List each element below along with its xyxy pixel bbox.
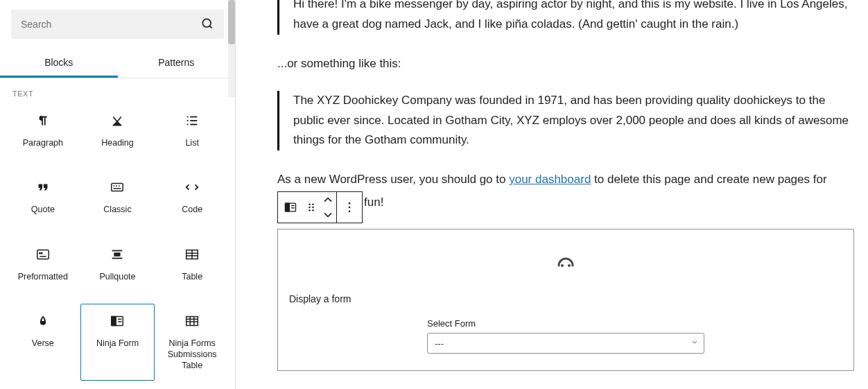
svg-point-39	[309, 207, 311, 209]
ninja-logo-icon	[289, 254, 842, 273]
svg-point-40	[312, 207, 314, 209]
heading-icon	[109, 112, 125, 129]
block-inserter-panel: Blocks Patterns TEXT Paragraph Heading L…	[0, 0, 236, 389]
block-label: Verse	[32, 338, 54, 349]
block-label: Ninja Forms Submissions Table	[158, 338, 226, 372]
quote-icon	[35, 179, 51, 196]
block-paragraph[interactable]: Paragraph	[6, 103, 80, 157]
svg-point-47	[568, 264, 571, 267]
editor-canvas: Hi there! I'm a bike messenger by day, a…	[236, 0, 868, 389]
svg-rect-25	[112, 316, 116, 325]
block-label: Code	[182, 204, 202, 215]
tab-patterns[interactable]: Patterns	[118, 49, 236, 78]
block-grid: Paragraph Heading List Quote	[0, 103, 235, 389]
paragraph-pre: As a new WordPress user, you should go t…	[277, 173, 509, 186]
svg-rect-13	[37, 250, 49, 259]
block-toolbar	[277, 191, 363, 223]
paragraph-icon	[35, 112, 51, 129]
block-label: Paragraph	[23, 137, 63, 148]
quote-block-2[interactable]: The XYZ Doohickey Company was founded in…	[277, 91, 854, 151]
svg-rect-8	[112, 184, 123, 191]
preformatted-icon	[35, 246, 51, 263]
ninja-form-block-placeholder[interactable]: Display a form Select Form ---	[277, 229, 854, 371]
block-heading[interactable]: Heading	[80, 103, 155, 157]
svg-point-45	[349, 211, 351, 213]
quote-block-1[interactable]: Hi there! I'm a bike messenger by day, a…	[277, 0, 854, 35]
verse-icon	[35, 313, 51, 329]
block-label: Pullquote	[99, 271, 135, 282]
toolbar-more-button[interactable]	[337, 192, 362, 223]
svg-point-16	[41, 252, 42, 253]
code-icon	[184, 179, 200, 196]
block-label: Quote	[31, 204, 55, 215]
classic-icon	[109, 179, 125, 196]
block-list[interactable]: List	[155, 103, 229, 157]
block-verse[interactable]: Verse	[6, 304, 80, 381]
block-label: Classic	[103, 204, 131, 215]
svg-line-1	[209, 26, 211, 28]
search-box[interactable]	[11, 10, 224, 39]
svg-point-46	[561, 264, 564, 267]
svg-point-44	[349, 207, 351, 209]
form-block-title: Display a form	[289, 293, 842, 304]
block-preformatted[interactable]: Preformatted	[6, 237, 80, 291]
select-form-label: Select Form	[427, 318, 704, 329]
svg-point-42	[312, 209, 314, 211]
block-ninja-form[interactable]: Ninja Form	[80, 304, 155, 381]
sidebar-scroll-thumb[interactable]	[228, 0, 235, 44]
pullquote-icon	[109, 246, 125, 263]
table-icon	[184, 246, 200, 263]
block-label: List	[185, 137, 198, 148]
dashboard-link[interactable]: your dashboard	[509, 173, 591, 186]
block-classic[interactable]: Classic	[80, 170, 155, 224]
toolbar-move-buttons[interactable]	[320, 192, 336, 223]
svg-point-43	[349, 202, 351, 205]
block-pullquote[interactable]: Pullquote	[80, 237, 155, 291]
paragraph-dashboard[interactable]: As a new WordPress user, you should go t…	[277, 170, 854, 190]
block-code[interactable]: Code	[155, 170, 229, 224]
block-label: Ninja Form	[96, 338, 139, 349]
section-label-text: TEXT	[0, 78, 235, 103]
svg-point-37	[309, 204, 311, 206]
svg-point-15	[40, 252, 40, 253]
search-icon	[200, 17, 214, 33]
block-table[interactable]: Table	[155, 237, 229, 291]
quote-text: The XYZ Doohickey Company was founded in…	[293, 94, 849, 147]
form-icon	[109, 313, 125, 329]
select-form-dropdown[interactable]: ---	[427, 333, 704, 354]
search-wrap	[0, 0, 235, 49]
block-label: Heading	[101, 137, 134, 148]
svg-rect-18	[115, 253, 120, 256]
toolbar-block-type-button[interactable]	[278, 192, 303, 223]
quote-text: Hi there! I'm a bike messenger by day, a…	[293, 0, 847, 31]
tab-blocks[interactable]: Blocks	[0, 49, 118, 78]
svg-rect-28	[186, 316, 198, 325]
block-ninja-forms-submissions-table[interactable]: Ninja Forms Submissions Table	[155, 304, 229, 381]
svg-point-41	[309, 209, 311, 211]
svg-rect-34	[286, 203, 290, 211]
block-quote[interactable]: Quote	[6, 170, 80, 224]
inserter-tabs: Blocks Patterns	[0, 49, 235, 78]
toolbar-drag-handle[interactable]	[303, 192, 320, 223]
svg-point-0	[202, 19, 211, 27]
paragraph-post: to delete this page and create new pages…	[591, 173, 826, 186]
search-input[interactable]	[21, 19, 200, 30]
paragraph-tail: fun!	[364, 193, 383, 213]
paragraph-text: ...or something like this:	[277, 57, 401, 70]
submissions-table-icon	[184, 313, 200, 329]
block-label: Preformatted	[18, 271, 68, 282]
paragraph-or-line[interactable]: ...or something like this:	[277, 54, 854, 74]
block-label: Table	[182, 271, 202, 282]
list-icon	[184, 112, 200, 129]
svg-point-38	[312, 204, 314, 206]
